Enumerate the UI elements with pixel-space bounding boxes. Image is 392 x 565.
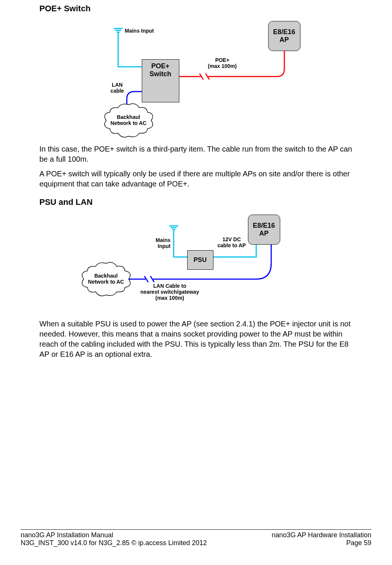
- footer-rule: [21, 529, 371, 530]
- mains2-l2: Input: [158, 243, 170, 249]
- cloud-label-2: Backhaul Network to AC: [84, 273, 129, 285]
- cloud2-l2: Network to AC: [88, 279, 124, 285]
- lan-cable-l1: LAN: [112, 82, 123, 88]
- para-poe-2: A POE+ switch will typically only be use…: [39, 169, 353, 189]
- poe-cable-label: POE+ (max 100m): [204, 57, 241, 69]
- poe-switch-label-l2: Switch: [149, 70, 171, 78]
- page-footer: nano3G AP Installation Manual nano3G AP …: [21, 529, 371, 547]
- dc-cable-label: 12V DC cable to AP: [213, 236, 251, 248]
- ap2-label-l2: AP: [259, 230, 269, 237]
- lan2-l2: nearest switch/gateway: [140, 289, 199, 295]
- heading-psu-lan: PSU and LAN: [39, 189, 353, 207]
- ap-box-2: E8/E16 AP: [248, 215, 280, 245]
- lan-cable-label: LAN cable: [108, 82, 127, 94]
- cloud1-l2: Network to AC: [111, 120, 147, 126]
- poe-switch-box: POE+ Switch: [142, 59, 179, 102]
- lan-cable-label-2: LAN Cable to nearest switch/gateway (max…: [134, 283, 206, 301]
- cloud2-l1: Backhaul: [94, 273, 117, 279]
- cloud1-l1: Backhaul: [117, 114, 140, 120]
- footer-right-2: Page 59: [346, 539, 371, 547]
- dc-l2: cable to AP: [218, 242, 246, 248]
- ap-label-l2: AP: [279, 36, 289, 44]
- psu-label: PSU: [194, 256, 207, 264]
- page: POE+ Switch POE+ Switch: [0, 0, 392, 565]
- mains-input-label: Mains Input: [125, 28, 154, 34]
- cloud-label-1: Backhaul Network to AC: [106, 114, 151, 126]
- para-psu-1: When a suitable PSU is used to power the…: [39, 319, 353, 359]
- diagram-psu-lan: PSU E8/E16 AP Mains Input 12V DC cable t…: [69, 215, 324, 312]
- footer-right-1: nano3G AP Hardware Installation: [272, 531, 371, 539]
- ap2-label-l1: E8/E16: [253, 222, 275, 230]
- poe-switch-label-l1: POE+: [151, 62, 170, 70]
- lan2-l1: LAN Cable to: [153, 283, 186, 289]
- para-poe-1: In this case, the POE+ switch is a third…: [39, 144, 353, 164]
- footer-left-1: nano3G AP Installation Manual: [21, 531, 113, 539]
- mains2-l1: Mains: [156, 237, 171, 243]
- psu-box: PSU: [187, 250, 213, 270]
- ap-box-1: E8/E16 AP: [268, 21, 300, 51]
- poe-cable-l1: POE+: [215, 57, 230, 63]
- poe-cable-l2: (max 100m): [208, 63, 237, 69]
- lan2-l3: (max 100m): [155, 295, 184, 301]
- footer-left-2: N3G_INST_300 v14.0 for N3G_2.85 © ip.acc…: [21, 539, 207, 547]
- ap-label-l1: E8/E16: [273, 28, 295, 36]
- diagram-poe-switch: POE+ Switch E8/E16 AP Mains Input POE+ (…: [69, 21, 324, 137]
- heading-poe-switch: POE+ Switch: [39, 0, 353, 14]
- dc-l1: 12V DC: [222, 236, 241, 242]
- lan-cable-l2: cable: [111, 88, 124, 94]
- mains-label-2: Mains Input: [152, 237, 171, 249]
